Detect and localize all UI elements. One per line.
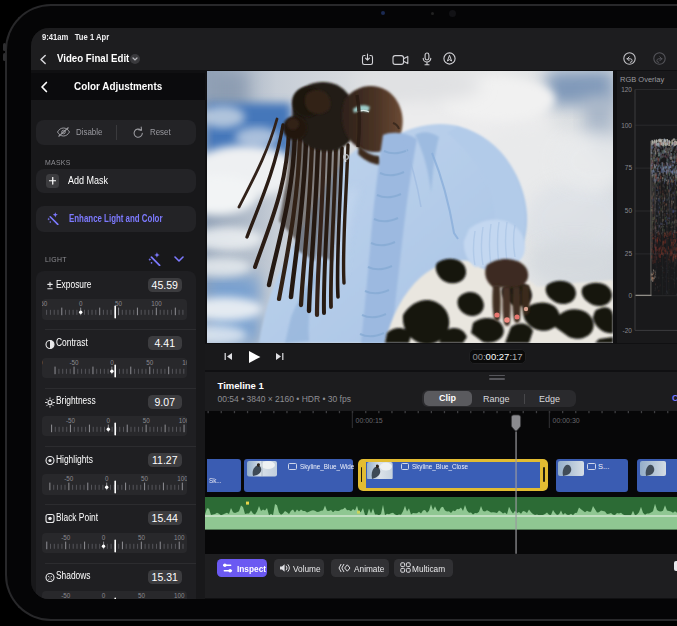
svg-text:120: 120 (621, 85, 632, 92)
svg-text:100: 100 (179, 417, 187, 424)
svg-text:0: 0 (102, 592, 106, 599)
svg-text:0: 0 (102, 534, 106, 541)
svg-text:50: 50 (143, 417, 151, 424)
svg-text:0: 0 (628, 292, 632, 299)
svg-text:100: 100 (177, 475, 187, 482)
svg-text:-50: -50 (64, 475, 74, 482)
svg-text:100: 100 (174, 534, 185, 541)
svg-text:100: 100 (621, 121, 632, 128)
svg-text:0: 0 (79, 300, 83, 307)
svg-text:-100: -100 (42, 359, 43, 366)
svg-text:50: 50 (138, 592, 146, 599)
svg-text:-50: -50 (61, 592, 71, 599)
svg-text:0: 0 (110, 359, 114, 366)
svg-text:-50: -50 (42, 300, 48, 307)
svg-text:100: 100 (174, 592, 185, 599)
svg-text:50: 50 (146, 359, 154, 366)
svg-text:-50: -50 (66, 417, 76, 424)
svg-text:50: 50 (115, 300, 123, 307)
svg-text:00:00:15: 00:00:15 (356, 417, 383, 424)
svg-text:0: 0 (107, 417, 111, 424)
svg-text:50: 50 (141, 475, 149, 482)
svg-text:50: 50 (625, 207, 633, 214)
svg-text:00:00:30: 00:00:30 (553, 417, 580, 424)
svg-text:25: 25 (625, 250, 633, 257)
svg-text:100: 100 (151, 300, 162, 307)
svg-text:0: 0 (105, 475, 109, 482)
svg-text:-20: -20 (623, 326, 633, 333)
svg-text:50: 50 (138, 534, 146, 541)
svg-text:-50: -50 (69, 359, 79, 366)
svg-text:100: 100 (182, 359, 187, 366)
svg-text:75: 75 (625, 164, 633, 171)
svg-text:-50: -50 (61, 534, 71, 541)
